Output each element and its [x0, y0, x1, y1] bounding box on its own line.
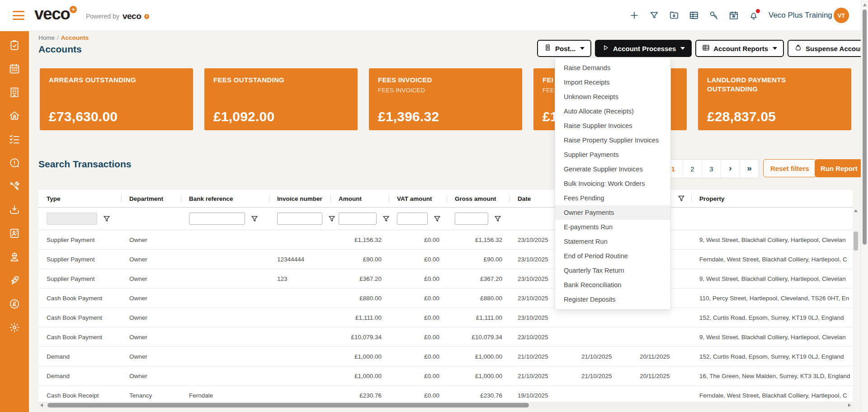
sidebar-item-rocket[interactable] [0, 270, 29, 293]
window-scroll-up-arrow-icon[interactable] [863, 3, 867, 6]
table-cell: 21/10/2025 [573, 366, 635, 385]
pagination-page-3[interactable]: 3 [702, 160, 721, 178]
suspense-accounts-button[interactable]: Suspense Accounts [788, 40, 868, 57]
table-row[interactable]: Cash Book PaymentOwner£10,079.34£0.00£10… [38, 327, 853, 347]
window-scrollbar-thumb[interactable] [863, 9, 867, 245]
menu-item-quarterly-tax-return[interactable]: Quarterly Tax Return [555, 263, 670, 278]
menu-item-bulk-invoicing-work-orders[interactable]: Bulk Invoicing: Work Orders [555, 176, 670, 191]
menu-item-bank-reconciliation[interactable]: Bank Reconciliation [555, 278, 670, 292]
filter-input-vat-amount[interactable] [397, 213, 428, 225]
sidebar-item-calendar-grid[interactable] [0, 58, 29, 81]
account-name-label[interactable]: Veco Plus Training [769, 11, 832, 20]
filter-funnel-icon[interactable] [251, 215, 258, 223]
scroll-right-arrow-icon[interactable] [848, 403, 851, 407]
account-reports-button[interactable]: Account Reports [695, 40, 784, 57]
pagination-page-2[interactable]: 2 [683, 160, 702, 178]
table-cell: 21/10/2025 [573, 347, 635, 366]
column-header-type[interactable]: Type [38, 190, 121, 207]
filter-funnel-icon[interactable] [494, 215, 501, 223]
menu-item-raise-property-supplier-invoices[interactable]: Raise Property Supplier Invoices [555, 133, 670, 147]
column-header-vat-amount[interactable]: VAT amount [389, 190, 447, 207]
table-row[interactable]: Cash Book PaymentOwner£880.00£0.00£880.0… [38, 289, 853, 308]
menu-item-owner-payments[interactable]: Owner Payments [555, 205, 670, 220]
table-cell: Owner [121, 308, 181, 327]
menu-item-raise-demands[interactable]: Raise Demands [555, 61, 670, 75]
filter-input-type[interactable] [47, 213, 97, 225]
table-icon[interactable] [689, 10, 699, 20]
sidebar-item-id-card[interactable] [0, 223, 29, 246]
pagination-chevron[interactable]: › [721, 160, 740, 178]
column-header-invoice-number[interactable]: Invoice number [269, 190, 330, 207]
menu-item-import-receipts[interactable]: Import Receipts [555, 75, 670, 90]
table-cell [269, 327, 330, 346]
column-header-gross-amount[interactable]: Gross amount [447, 190, 509, 207]
breadcrumb-home-link[interactable]: Home [38, 34, 55, 41]
plus-icon[interactable] [629, 10, 639, 20]
filter-input-amount[interactable] [339, 213, 377, 225]
filter-funnel-icon[interactable] [678, 195, 685, 202]
menu-item-auto-allocate-receipts-[interactable]: Auto Allocate (Receipts) [555, 104, 670, 118]
sidebar-item-comment-alert[interactable] [0, 152, 29, 175]
key-icon[interactable] [709, 10, 719, 20]
menu-item-end-of-period-routine[interactable]: End of Period Routine [555, 249, 670, 263]
kpi-card-title: FEES OUTSTANDING [213, 76, 320, 85]
filter-input-bank-reference[interactable] [189, 213, 245, 225]
sidebar-item-clipboard-check[interactable] [0, 34, 29, 58]
bell-icon[interactable] [749, 10, 759, 20]
scroll-left-arrow-icon[interactable] [40, 403, 43, 407]
table-row[interactable]: Supplier PaymentOwner12344444£90.00£0.00… [38, 250, 853, 269]
avatar[interactable]: VT [834, 8, 849, 23]
account-processes-button[interactable]: Account Processes [595, 40, 692, 57]
horizontal-scrollbar-thumb[interactable] [47, 403, 529, 407]
table-row[interactable]: DemandOwner£1,000.00£0.00£1,000.0021/10/… [38, 366, 853, 386]
table-row[interactable]: Supplier PaymentOwner123£367.20£0.00£367… [38, 269, 853, 289]
table-row[interactable]: Supplier PaymentOwner£1,156.32£0.00£1,15… [38, 230, 853, 250]
menu-item-e-payments-run[interactable]: E-payments Run [555, 220, 670, 234]
table-horizontal-scrollbar[interactable] [38, 402, 853, 409]
menu-item-unknown-receipts[interactable]: Unknown Receipts [555, 90, 670, 104]
filter-funnel-icon[interactable] [434, 215, 441, 223]
column-header-department[interactable]: Department [121, 190, 181, 207]
sidebar-item-task-list[interactable] [0, 128, 29, 152]
menu-item-statement-run[interactable]: Statement Run [555, 234, 670, 249]
column-header-amount[interactable]: Amount [330, 190, 389, 207]
filter-icon[interactable] [649, 10, 659, 20]
menu-item-fees-pending[interactable]: Fees Pending [555, 191, 670, 205]
pagination-chevron[interactable]: » [740, 160, 759, 178]
window-scrollbar[interactable] [861, 0, 868, 412]
run-report-button[interactable]: Run Report [815, 159, 863, 177]
table-vertical-scrollbar-thumb[interactable] [854, 232, 858, 251]
menu-item-generate-supplier-invoices[interactable]: Generate Supplier Invoices [555, 162, 670, 176]
filter-funnel-icon[interactable] [103, 215, 110, 223]
sidebar-item-home-user[interactable] [0, 105, 29, 128]
sidebar-item-tools[interactable] [0, 175, 29, 199]
folder-import-icon[interactable] [669, 10, 679, 20]
logo-plus-icon: + [70, 6, 77, 13]
table-cell: £0.00 [389, 289, 447, 308]
column-header-label: Gross amount [455, 195, 496, 202]
menu-item-raise-supplier-invoices[interactable]: Raise Supplier Invoices [555, 118, 670, 133]
column-header-property[interactable]: Property [691, 190, 853, 207]
scroll-up-arrow-icon[interactable] [854, 209, 858, 212]
sidebar-item-worker[interactable] [0, 246, 29, 270]
sidebar-item-gear[interactable] [0, 317, 29, 340]
menu-item-register-deposits[interactable]: Register Deposits [555, 292, 670, 307]
column-header-bank-reference[interactable]: Bank reference [181, 190, 269, 207]
table-vertical-scrollbar[interactable] [853, 207, 859, 401]
calendar-icon[interactable] [729, 10, 739, 20]
sidebar-item-download-tray[interactable] [0, 199, 29, 223]
table-row[interactable]: Cash Book PaymentOwner£1,111.00£0.00£1,1… [38, 308, 853, 327]
filter-input-gross-amount[interactable] [455, 213, 488, 225]
hamburger-menu-icon[interactable] [13, 11, 24, 20]
menu-item-supplier-payments[interactable]: Supplier Payments [555, 147, 670, 162]
sidebar-item-pound[interactable] [0, 293, 29, 317]
sidebar-item-building[interactable] [0, 81, 29, 105]
table-cell: £367.20 [447, 269, 509, 288]
filter-input-invoice-number[interactable] [277, 213, 322, 225]
kpi-card-subtitle: FEES INVOICED [378, 87, 513, 94]
veco-logo[interactable]: veco+ [34, 5, 77, 24]
table-row[interactable]: DemandOwner£1,000.00£0.00£1,000.0021/10/… [38, 347, 853, 366]
kpi-card-value: £1,396.32 [378, 109, 439, 124]
reset-filters-button[interactable]: Reset filters [763, 159, 816, 177]
post-button[interactable]: Post... [537, 40, 591, 57]
